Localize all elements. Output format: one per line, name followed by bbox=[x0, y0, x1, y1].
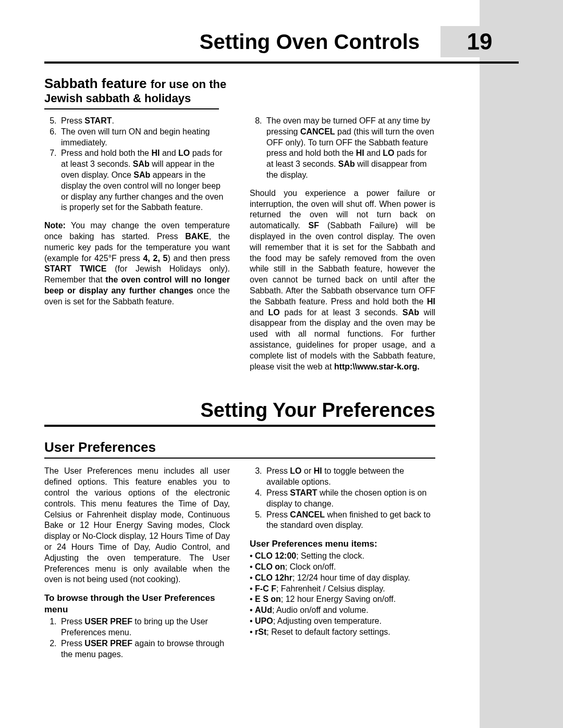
menu-item-rst: rSt; Reset to default factory settings. bbox=[250, 627, 435, 638]
text-bold: HI bbox=[427, 297, 435, 306]
text-bold: SAb bbox=[338, 159, 355, 168]
sabbath-heading-rule bbox=[44, 108, 219, 109]
text-bold: USER PREF bbox=[84, 639, 132, 648]
text: Press and hold both the bbox=[61, 149, 151, 157]
content-area: Sabbath feature for use on the Jewish sa… bbox=[44, 76, 435, 660]
code: rSt bbox=[255, 627, 266, 636]
text: will disappear from the display and the … bbox=[250, 308, 435, 371]
text-bold: LO bbox=[383, 149, 394, 157]
text-bold: USER PREF bbox=[84, 617, 132, 626]
page-number: 19 bbox=[440, 26, 519, 57]
prefs-intro-para: The User Preferences menu includes all u… bbox=[44, 466, 230, 585]
page-margin-tab bbox=[480, 0, 563, 728]
sabbath-right-col: The oven may be turned OFF at any time b… bbox=[250, 116, 435, 379]
note-label: Note: bbox=[44, 221, 66, 230]
sabbath-heading: Sabbath feature for use on the Jewish sa… bbox=[44, 76, 435, 105]
menu-item-fc-f: F-C F; Fahrenheit / Celsius display. bbox=[250, 584, 435, 595]
desc: ; Audio on/off and volume. bbox=[272, 606, 369, 614]
text-bold: CANCEL bbox=[300, 127, 335, 136]
code: CLO on bbox=[255, 562, 285, 571]
text: Press bbox=[266, 488, 290, 497]
browse-heading: To browse through the User Preferences m… bbox=[44, 593, 230, 615]
text: and bbox=[250, 308, 268, 317]
user-preferences-heading: User Preferences bbox=[44, 439, 435, 455]
browse-step-2: Press USER PREF again to browse through … bbox=[59, 638, 230, 660]
sabbath-heading-large: Sabbath feature bbox=[44, 76, 151, 91]
menu-item-clo-on: CLO on; Clock on/off. bbox=[250, 562, 435, 573]
text: (Sabbath Failure) will be displayed in t… bbox=[250, 221, 435, 306]
code: CLO 12:00 bbox=[255, 551, 296, 560]
text-bold: LO bbox=[178, 149, 190, 157]
text: pads for at least 3 seconds. bbox=[280, 308, 402, 317]
text-bold: START bbox=[84, 116, 112, 125]
prefs-right-steps: Press LO or HI to toggle between the ava… bbox=[250, 466, 435, 531]
browse-steps: Press USER PREF to bring up the User Pre… bbox=[44, 616, 230, 660]
text-bold: 4, 2, 5 bbox=[143, 254, 167, 263]
menu-item-es-on: E S on; 12 hour Energy Saving on/off. bbox=[250, 594, 435, 605]
sabbath-step-7: Press and hold both the HI and LO pads f… bbox=[59, 148, 230, 213]
text: and bbox=[364, 149, 383, 157]
text-bold: START TWICE bbox=[44, 264, 106, 273]
code: F-C F bbox=[255, 584, 276, 593]
prefs-section-title: Setting Your Preferences bbox=[44, 399, 435, 422]
sabbath-steps-right: The oven may be turned OFF at any time b… bbox=[250, 116, 435, 181]
sabbath-step-8: The oven may be turned OFF at any time b… bbox=[264, 116, 435, 181]
sabbath-left-col: Press START. The oven will turn ON and b… bbox=[44, 116, 230, 379]
sabbath-heading-small-2: Jewish sabbath & holidays bbox=[44, 92, 191, 105]
desc: ; 12/24 hour time of day display. bbox=[292, 573, 410, 582]
desc: ; 12 hour Energy Saving on/off. bbox=[281, 595, 396, 603]
text-bold: SF bbox=[309, 221, 319, 230]
user-preferences-rule bbox=[44, 458, 435, 459]
page-header: Setting Oven Controls 19 bbox=[44, 26, 519, 57]
prefs-section-rule bbox=[44, 425, 435, 427]
text: . bbox=[112, 116, 114, 125]
menu-item-upo: UPO; Adjusting oven temperature. bbox=[250, 616, 435, 627]
text: Press bbox=[266, 466, 290, 475]
text-bold: HI bbox=[314, 466, 322, 475]
text: Press bbox=[61, 617, 84, 626]
sabbath-step-5: Press START. bbox=[59, 116, 230, 127]
text-bold: SAb bbox=[133, 170, 150, 179]
code: AUd bbox=[255, 606, 272, 614]
desc: ; Reset to default factory settings. bbox=[266, 627, 390, 636]
sabbath-note: Note: You may change the oven temperatur… bbox=[44, 220, 230, 307]
menu-item-aud: AUd; Audio on/off and volume. bbox=[250, 605, 435, 616]
menu-item-clo-12hr: CLO 12hr; 12/24 hour time of day display… bbox=[250, 573, 435, 584]
code: UPO bbox=[255, 616, 273, 625]
text: Press bbox=[61, 116, 84, 125]
desc: ; Fahrenheit / Celsius display. bbox=[276, 584, 385, 593]
sabbath-heading-small-1: for use on the bbox=[151, 78, 226, 91]
text: or bbox=[302, 466, 314, 475]
sabbath-step-6: The oven will turn ON and begin heating … bbox=[59, 127, 230, 149]
sabbath-power-failure-para: Should you experience a power failure or… bbox=[250, 188, 435, 373]
prefs-step-3: Press LO or HI to toggle between the ava… bbox=[264, 466, 435, 488]
code: E S on bbox=[255, 595, 281, 603]
code: CLO 12hr bbox=[255, 573, 292, 582]
desc: ; Adjusting oven temperature. bbox=[273, 616, 382, 625]
text: Press bbox=[266, 510, 290, 519]
text-bold: HI bbox=[356, 149, 364, 157]
browse-step-1: Press USER PREF to bring up the User Pre… bbox=[59, 616, 230, 638]
text-bold: LO bbox=[268, 308, 280, 317]
text: ) and then press bbox=[168, 254, 230, 263]
url-text: http:\\www.star-k.org. bbox=[334, 362, 420, 371]
text-bold: BAKE bbox=[185, 232, 209, 241]
header-title: Setting Oven Controls bbox=[200, 30, 420, 54]
text: Press bbox=[61, 639, 84, 648]
prefs-right-col: Press LO or HI to toggle between the ava… bbox=[250, 466, 435, 660]
menu-item-clo-1200: CLO 12:00; Setting the clock. bbox=[250, 551, 435, 562]
prefs-left-col: The User Preferences menu includes all u… bbox=[44, 466, 230, 660]
desc: ; Clock on/off. bbox=[285, 562, 336, 571]
text-bold: START bbox=[290, 488, 317, 497]
menu-items-heading: User Preferences menu items: bbox=[250, 538, 435, 550]
text-bold: SAb bbox=[402, 308, 419, 317]
text: and bbox=[160, 149, 178, 157]
text-bold: LO bbox=[290, 466, 301, 475]
prefs-columns: The User Preferences menu includes all u… bbox=[44, 466, 435, 660]
desc: ; Setting the clock. bbox=[296, 551, 364, 560]
menu-items-list: CLO 12:00; Setting the clock. CLO on; Cl… bbox=[250, 551, 435, 637]
text-bold: HI bbox=[151, 149, 160, 157]
prefs-step-4: Press START while the chosen option is o… bbox=[264, 488, 435, 510]
text-bold: SAb bbox=[133, 159, 150, 168]
prefs-step-5: Press CANCEL when finished to get back t… bbox=[264, 510, 435, 532]
